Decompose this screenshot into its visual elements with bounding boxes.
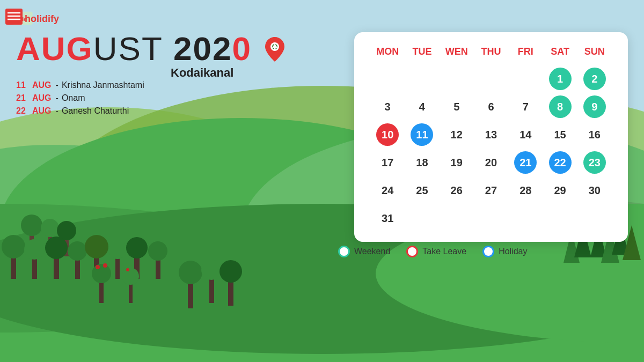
cal-day-21: 21 [508,150,543,175]
holiday-separator-1: - [56,80,58,90]
holiday-item-1: 11 AUG - Krishna Janmashtami [16,80,144,90]
legend-take-leave-circle [406,246,418,257]
legend-holiday: Holiday [482,246,527,257]
cal-day-18: 18 [405,150,439,175]
year-prefix: 202 [173,30,232,67]
cal-day-4: 4 [405,94,439,120]
cal-day-30: 30 [577,178,612,203]
holiday-item-2: 21 AUG - Onam [16,93,144,103]
cal-empty-9 [508,205,543,231]
holiday-date-2: 21 [16,93,32,103]
calendar-grid: 1 2 3 4 5 6 7 8 9 10 11 12 13 14 15 16 1… [370,66,612,231]
legend-weekend-circle [338,246,350,257]
legend-weekend: Weekend [338,246,390,257]
cal-empty-2 [405,66,439,92]
day-fri: FRI [508,43,543,61]
svg-text:holidify: holidify [25,13,59,24]
legend-holiday-label: Holiday [499,247,527,256]
cal-empty-10 [543,205,577,231]
month-aug: AUG [16,30,93,67]
cal-day-28: 28 [508,178,543,203]
cal-empty-1 [370,66,405,92]
cal-day-25: 25 [405,178,439,203]
cal-day-2: 2 [577,66,612,92]
day-mon: MON [370,43,405,61]
day-tue: TUE [405,43,439,61]
cal-day-6: 6 [474,94,508,120]
holiday-month-3: AUG [32,106,52,116]
holiday-separator-3: - [56,106,58,116]
cal-empty-8 [474,205,508,231]
day-sun: SUN [577,43,612,61]
cal-day-23: 23 [577,150,612,175]
logo: holid ho holidify [6,6,64,30]
day-sat: SAT [543,43,577,61]
legend-holiday-circle [482,246,494,257]
cal-day-5: 5 [440,94,474,120]
legend-take-leave-label: Take Leave [422,247,466,256]
svg-rect-64 [274,48,276,50]
holiday-separator-2: - [56,93,58,103]
cal-day-20: 20 [474,150,508,175]
day-thu: THU [474,43,508,61]
cal-empty-5 [508,66,543,92]
cal-day-12: 12 [440,122,474,147]
cal-day-17: 17 [370,150,405,175]
calendar-header: MON TUE WEN THU FRI SAT SUN [370,43,612,61]
location-name: Kodaikanal [171,66,233,79]
holiday-name-3: Ganesh Chaturthi [62,106,129,116]
legend: Weekend Take Leave Holiday [338,246,528,257]
cal-day-26: 26 [440,178,474,203]
holidays-list: 11 AUG - Krishna Janmashtami 21 AUG - On… [16,80,144,119]
holiday-month-2: AUG [32,93,52,103]
legend-take-leave: Take Leave [406,246,466,257]
page-content: holid ho holidify AUGUST 2020 [0,0,644,362]
header-title: AUGUST 2020 Kodaikanal [16,32,286,80]
holiday-month-1: AUG [32,80,52,90]
cal-empty-7 [440,205,474,231]
legend-weekend-label: Weekend [354,247,390,256]
holiday-date-1: 11 [16,80,32,90]
cal-empty-4 [474,66,508,92]
holiday-item-3: 22 AUG - Ganesh Chaturthi [16,106,144,116]
cal-day-8: 8 [543,94,577,120]
cal-day-22: 22 [543,150,577,175]
cal-empty-3 [440,66,474,92]
month-ust: UST [93,30,163,67]
year-suffix: 0 [232,30,251,67]
calendar: MON TUE WEN THU FRI SAT SUN 1 2 3 4 5 6 … [354,32,628,242]
location-pin-icon [264,35,286,68]
cal-day-11: 11 [405,122,439,147]
cal-day-13: 13 [474,122,508,147]
cal-day-15: 15 [543,122,577,147]
cal-day-10: 10 [370,122,405,147]
cal-day-16: 16 [577,122,612,147]
cal-day-3: 3 [370,94,405,120]
holiday-date-3: 22 [16,106,32,116]
cal-empty-6 [405,205,439,231]
cal-day-1: 1 [543,66,577,92]
cal-day-24: 24 [370,178,405,203]
holiday-name-2: Onam [62,93,85,103]
cal-day-9: 9 [577,94,612,120]
cal-day-7: 7 [508,94,543,120]
cal-day-19: 19 [440,150,474,175]
cal-day-31: 31 [370,205,405,231]
cal-empty-11 [577,205,612,231]
cal-day-27: 27 [474,178,508,203]
day-wen: WEN [440,43,474,61]
cal-day-14: 14 [508,122,543,147]
holiday-name-1: Krishna Janmashtami [62,80,144,90]
cal-day-29: 29 [543,178,577,203]
